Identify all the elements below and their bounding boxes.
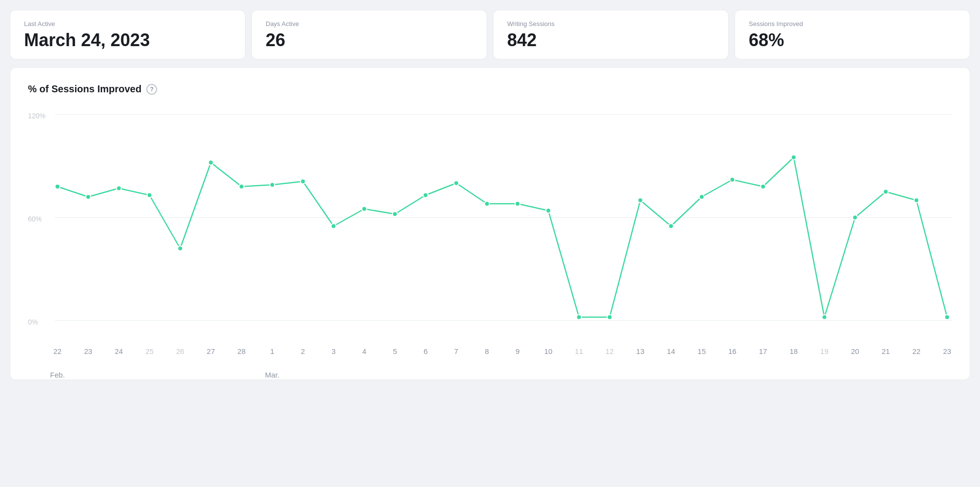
svg-text:23: 23 (943, 347, 952, 355)
svg-point-32 (853, 215, 858, 220)
stat-card-sessions-improved: Sessions Improved 68% (735, 10, 970, 59)
svg-point-13 (270, 183, 274, 188)
svg-point-25 (638, 198, 643, 203)
x-axis-labels: 2223242526272812345678910111213141516171… (28, 344, 952, 369)
svg-point-19 (454, 181, 459, 186)
month-labels: Feb.Mar. (28, 369, 952, 380)
svg-text:Feb.: Feb. (50, 371, 65, 379)
svg-point-7 (86, 194, 91, 199)
svg-point-9 (147, 193, 152, 198)
svg-text:9: 9 (516, 347, 519, 355)
svg-text:0%: 0% (28, 318, 38, 326)
svg-point-31 (822, 315, 827, 320)
svg-text:26: 26 (176, 347, 185, 355)
help-icon[interactable]: ? (146, 84, 157, 95)
svg-point-24 (607, 315, 612, 320)
svg-point-22 (546, 208, 551, 213)
svg-text:14: 14 (667, 347, 675, 355)
svg-point-14 (300, 179, 305, 184)
svg-text:60%: 60% (28, 215, 42, 223)
stat-card-days-active: Days Active 26 (251, 10, 487, 59)
svg-point-12 (239, 184, 244, 189)
stats-row: Last Active March 24, 2023 Days Active 2… (10, 10, 970, 59)
chart-card: % of Sessions Improved ? 120% 60% 0% 222… (10, 67, 970, 380)
svg-text:11: 11 (575, 347, 583, 355)
svg-point-30 (791, 155, 796, 160)
stat-label-sessions-improved: Sessions Improved (749, 20, 956, 27)
svg-text:27: 27 (207, 347, 215, 355)
stat-card-writing-sessions: Writing Sessions 842 (493, 10, 729, 59)
stat-value-last-active: March 24, 2023 (24, 31, 231, 49)
stat-label-last-active: Last Active (24, 20, 231, 27)
svg-text:22: 22 (912, 347, 921, 355)
svg-text:24: 24 (115, 347, 123, 355)
stat-card-last-active: Last Active March 24, 2023 (10, 10, 245, 59)
svg-text:120%: 120% (28, 112, 46, 120)
svg-text:12: 12 (605, 347, 614, 355)
svg-point-35 (945, 315, 950, 320)
chart-title: % of Sessions Improved (28, 83, 141, 95)
stat-value-writing-sessions: 842 (507, 31, 714, 49)
chart-area: 120% 60% 0% 2223242526272812345678910111… (28, 108, 952, 364)
svg-text:16: 16 (728, 347, 736, 355)
svg-point-16 (362, 207, 367, 212)
line-chart: 120% 60% 0% (28, 108, 952, 344)
svg-text:23: 23 (84, 347, 92, 355)
svg-text:25: 25 (145, 347, 154, 355)
stat-value-sessions-improved: 68% (749, 31, 956, 49)
svg-point-34 (914, 198, 919, 203)
svg-point-17 (392, 212, 397, 216)
svg-text:3: 3 (331, 347, 335, 355)
svg-point-18 (423, 193, 428, 198)
svg-text:6: 6 (424, 347, 428, 355)
svg-text:15: 15 (698, 347, 706, 355)
svg-text:19: 19 (820, 347, 829, 355)
svg-point-11 (208, 160, 213, 165)
svg-point-23 (576, 315, 581, 320)
svg-text:4: 4 (362, 347, 366, 355)
svg-point-28 (730, 177, 735, 182)
svg-text:18: 18 (789, 347, 798, 355)
svg-point-8 (116, 186, 121, 191)
stat-label-writing-sessions: Writing Sessions (507, 20, 714, 27)
svg-point-6 (55, 184, 60, 189)
svg-text:2: 2 (301, 347, 305, 355)
svg-text:Mar.: Mar. (265, 371, 279, 379)
svg-text:1: 1 (270, 347, 274, 355)
svg-point-15 (331, 224, 336, 229)
svg-text:28: 28 (238, 347, 246, 355)
svg-text:17: 17 (759, 347, 767, 355)
chart-header: % of Sessions Improved ? (28, 83, 952, 95)
svg-text:20: 20 (851, 347, 859, 355)
stat-value-days-active: 26 (266, 31, 473, 49)
svg-text:22: 22 (54, 347, 62, 355)
svg-point-29 (761, 184, 765, 189)
svg-text:10: 10 (544, 347, 552, 355)
svg-point-27 (699, 194, 704, 199)
svg-point-10 (178, 246, 183, 251)
svg-text:13: 13 (636, 347, 645, 355)
svg-point-26 (669, 224, 674, 229)
svg-text:8: 8 (485, 347, 489, 355)
stat-label-days-active: Days Active (266, 20, 473, 27)
svg-text:5: 5 (393, 347, 397, 355)
svg-point-21 (515, 201, 520, 206)
svg-point-20 (485, 201, 490, 206)
svg-point-33 (883, 189, 888, 194)
svg-text:7: 7 (454, 347, 458, 355)
svg-text:21: 21 (882, 347, 890, 355)
